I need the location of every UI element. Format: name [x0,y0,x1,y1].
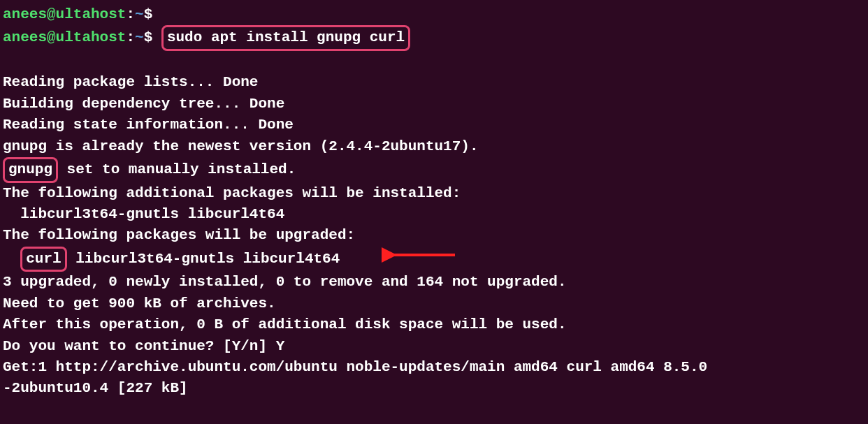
output-line: Do you want to continue? [Y/n] Y [3,336,865,357]
highlighted-command: sudo apt install gnupg curl [161,25,410,50]
prompt-dollar: $ [144,29,153,45]
prompt-sep: : [126,29,135,45]
output-line: Reading package lists... Done [3,72,865,93]
annotation-arrow [382,247,458,270]
output-line: After this operation, 0 B of additional … [3,314,865,335]
blank-line [3,51,865,72]
output-line: The following packages will be upgraded: [3,225,865,246]
prompt-user: anees@ultahost [3,29,126,45]
output-line: Reading state information... Done [3,115,865,136]
output-line: gnupg is already the newest version (2.4… [3,136,865,157]
output-line: 3 upgraded, 0 newly installed, 0 to remo… [3,272,865,293]
highlighted-package-gnupg: gnupg [3,157,58,182]
output-line: Need to get 900 kB of archives. [3,293,865,314]
prompt-dollar: $ [144,6,153,22]
prompt-user: anees@ultahost [3,6,126,22]
highlighted-package-curl: curl [20,247,66,272]
prompt-path: ~ [135,6,144,22]
output-line: libcurl3t64-gnutls libcurl4t64 [3,204,865,225]
output-line: gnupg set to manually installed. [3,157,865,182]
output-line: Get:1 http://archive.ubuntu.com/ubuntu n… [3,357,865,378]
output-text: set to manually installed. [58,161,296,177]
output-text: libcurl3t64-gnutls libcurl4t64 [67,251,340,267]
output-line: The following additional packages will b… [3,183,865,204]
output-line: Building dependency tree... Done [3,94,865,115]
prompt-path: ~ [135,29,144,45]
prompt-sep: : [126,6,135,22]
output-line: curl libcurl3t64-gnutls libcurl4t64 [3,247,865,272]
prompt-line-command[interactable]: anees@ultahost:~$ sudo apt install gnupg… [3,25,865,50]
terminal-output: anees@ultahost:~$ anees@ultahost:~$ sudo… [3,4,865,400]
prompt-line-empty[interactable]: anees@ultahost:~$ [3,4,865,25]
output-line: -2ubuntu10.4 [227 kB] [3,378,865,399]
